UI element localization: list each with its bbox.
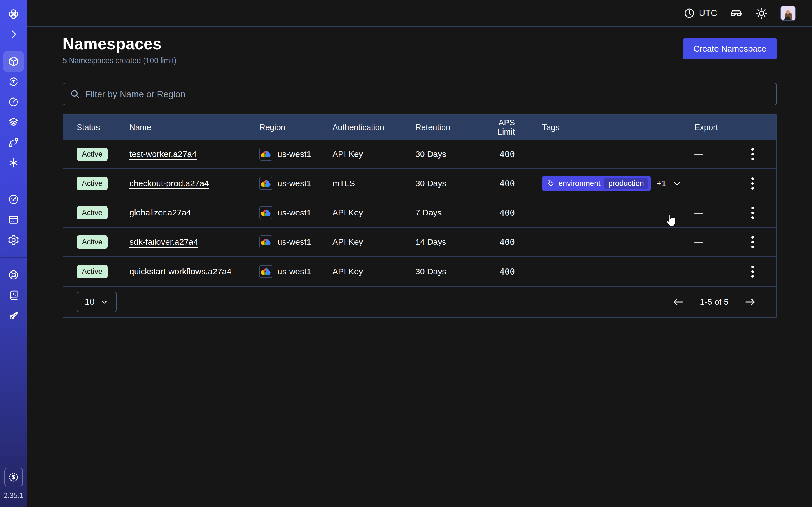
- gcp-cloud-icon: [259, 177, 272, 190]
- status-badge: Active: [77, 177, 108, 190]
- sidebar-item-nexus[interactable]: [3, 132, 24, 153]
- status-badge: Active: [77, 235, 108, 249]
- tags-cell: environment production +1: [542, 176, 695, 191]
- row-menu-button[interactable]: [749, 263, 757, 281]
- gcp-cloud-icon: [259, 265, 272, 278]
- filter-field[interactable]: [63, 83, 777, 105]
- retention-value: 14 Days: [415, 237, 479, 247]
- auth-value: API Key: [333, 149, 415, 159]
- auth-value: API Key: [333, 267, 415, 276]
- sidebar-item-getting-started[interactable]: [3, 305, 24, 326]
- gcp-cloud-icon: [259, 148, 272, 161]
- col-authentication: Authentication: [333, 123, 415, 132]
- status-badge: Active: [77, 265, 108, 278]
- tag-icon: [547, 179, 555, 187]
- table-row: Active sdk-failover.a27a4 us-west1 API K…: [63, 228, 776, 257]
- table-row: Active globalizer.a27a4 us-west1 API Key…: [63, 198, 776, 228]
- export-value: —: [695, 149, 703, 159]
- table-row: Active checkout-prod.a27a4 us-west1 mTLS…: [63, 169, 776, 198]
- namespace-link[interactable]: test-worker.a27a4: [130, 149, 197, 159]
- export-value: —: [695, 237, 703, 247]
- export-value: —: [695, 208, 703, 217]
- credits-button[interactable]: [4, 468, 23, 487]
- col-aps-limit: APS Limit: [479, 118, 542, 136]
- region-label: us-west1: [277, 237, 311, 247]
- prev-page-button[interactable]: [672, 297, 684, 307]
- tags-more-count: +1: [657, 179, 666, 188]
- page-title: Namespaces: [63, 34, 176, 53]
- sidebar-item-settings[interactable]: [3, 230, 24, 250]
- theme-toggle-sun-icon[interactable]: [755, 7, 768, 20]
- retention-value: 7 Days: [415, 208, 479, 217]
- retention-value: 30 Days: [415, 149, 479, 159]
- sidebar-item-deployments[interactable]: [3, 112, 24, 132]
- col-name: Name: [130, 123, 259, 132]
- region-label: us-west1: [277, 179, 311, 188]
- sidebar-divider: [0, 258, 27, 258]
- sidebar-item-schedules[interactable]: [3, 92, 24, 112]
- region-label: us-west1: [277, 149, 311, 159]
- table-row: Active quickstart-workflows.a27a4 us-wes…: [63, 257, 776, 286]
- namespace-link[interactable]: quickstart-workflows.a27a4: [130, 267, 232, 276]
- status-badge: Active: [77, 206, 108, 219]
- sidebar-item-docs[interactable]: [3, 285, 24, 305]
- row-menu-button[interactable]: [749, 145, 757, 163]
- user-avatar[interactable]: [780, 6, 796, 21]
- timezone-selector[interactable]: UTC: [684, 8, 717, 19]
- row-menu-button[interactable]: [749, 233, 757, 251]
- namespace-link[interactable]: checkout-prod.a27a4: [130, 179, 209, 188]
- timezone-label: UTC: [699, 8, 717, 18]
- table-header-row: Status Name Region Authentication Retent…: [63, 115, 776, 140]
- tag-key: environment: [559, 179, 601, 188]
- gcp-cloud-icon: [259, 235, 272, 248]
- tag-pill[interactable]: environment production: [542, 176, 651, 191]
- temporal-logo-icon[interactable]: [3, 4, 24, 24]
- search-icon: [70, 89, 80, 99]
- sidebar-item-usage[interactable]: [3, 189, 24, 210]
- col-retention: Retention: [415, 123, 479, 132]
- aps-limit-value: 400: [479, 149, 542, 159]
- region-label: us-west1: [277, 267, 311, 276]
- sidebar-item-monitoring[interactable]: [3, 71, 24, 92]
- col-status: Status: [77, 123, 130, 132]
- col-export: Export: [695, 123, 776, 132]
- auth-value: API Key: [333, 237, 415, 247]
- page-subtitle: 5 Namespaces created (100 limit): [63, 56, 176, 65]
- aps-limit-value: 400: [479, 267, 542, 277]
- pagination-range: 1-5 of 5: [700, 297, 728, 307]
- sidebar-item-namespaces[interactable]: [3, 51, 24, 71]
- clock-icon: [684, 8, 695, 19]
- row-menu-button[interactable]: [749, 175, 757, 192]
- auth-value: mTLS: [333, 179, 415, 188]
- filter-input[interactable]: [85, 89, 770, 100]
- status-badge: Active: [77, 148, 108, 161]
- chevron-down-icon: [100, 298, 109, 306]
- next-page-button[interactable]: [744, 297, 757, 307]
- expand-sidebar-icon[interactable]: [3, 24, 24, 45]
- sidebar: 2.35.1: [0, 0, 27, 507]
- sidebar-item-billing[interactable]: [3, 210, 24, 230]
- create-namespace-button[interactable]: Create Namespace: [683, 38, 777, 59]
- sidebar-item-support[interactable]: [3, 265, 24, 285]
- page-size-value: 10: [85, 297, 94, 307]
- region-label: us-west1: [277, 208, 311, 217]
- page-size-select[interactable]: 10: [77, 292, 117, 312]
- table-row: Active test-worker.a27a4 us-west1 API Ke…: [63, 140, 776, 169]
- labs-glasses-icon[interactable]: [730, 7, 743, 20]
- export-value: —: [695, 267, 703, 276]
- namespace-link[interactable]: sdk-failover.a27a4: [130, 237, 198, 246]
- gcp-cloud-icon: [259, 206, 272, 219]
- namespaces-table: Status Name Region Authentication Retent…: [63, 114, 777, 318]
- app-version: 2.35.1: [4, 492, 23, 500]
- row-menu-button[interactable]: [749, 204, 757, 222]
- main-content: Namespaces 5 Namespaces created (100 lim…: [27, 0, 812, 318]
- namespace-link[interactable]: globalizer.a27a4: [130, 208, 191, 217]
- tags-expand-chevron-icon[interactable]: [672, 179, 681, 188]
- auth-value: API Key: [333, 208, 415, 217]
- retention-value: 30 Days: [415, 179, 479, 188]
- sidebar-item-interceptors[interactable]: [3, 153, 24, 173]
- aps-limit-value: 400: [479, 179, 542, 188]
- aps-limit-value: 400: [479, 237, 542, 247]
- col-tags: Tags: [542, 123, 695, 132]
- table-footer: 10 1-5 of 5: [63, 286, 776, 317]
